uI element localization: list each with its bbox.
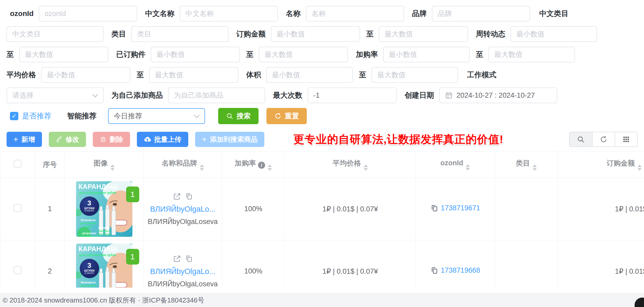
search-button[interactable]: 搜索	[218, 108, 259, 124]
sort-icon[interactable]	[110, 165, 115, 171]
edit-button[interactable]: 修改	[49, 132, 86, 147]
ordered-max-input[interactable]	[259, 47, 348, 62]
sort-icon[interactable]	[533, 165, 537, 171]
cart-rate-min-input[interactable]	[383, 47, 470, 62]
sort-icon[interactable]	[637, 165, 642, 171]
smart-recommend-select[interactable]: 今日推荐	[108, 108, 205, 124]
delete-button[interactable]: 删除	[93, 132, 130, 147]
category-input[interactable]	[131, 26, 228, 42]
table-tools	[569, 132, 638, 147]
trash-icon	[100, 136, 106, 143]
sort-icon[interactable]	[466, 164, 470, 171]
name-input[interactable]	[306, 6, 404, 21]
edit-button-label: 修改	[66, 135, 79, 144]
column-settings-button[interactable]	[615, 132, 637, 146]
header-ozonid[interactable]: ozonId	[416, 152, 495, 178]
row-name-cell: ВЛИЯЙbyOlgaLo... ВЛИЯЙbyOlgaLoseva	[144, 240, 222, 288]
recommend-label: 是否推荐	[22, 111, 51, 121]
copy-icon[interactable]	[185, 255, 193, 262]
order-amount-max-input[interactable]	[379, 26, 468, 42]
info-icon[interactable]: i	[258, 162, 265, 169]
select-all-header[interactable]	[0, 152, 35, 178]
header-avg-price[interactable]: 平均价格	[285, 152, 416, 178]
select-all-checkbox[interactable]	[14, 160, 22, 168]
header-image[interactable]: 图像	[65, 152, 144, 178]
cn-category-input[interactable]	[7, 26, 104, 42]
row-checkbox[interactable]	[14, 204, 22, 212]
header-cart-rate[interactable]: 加购率i	[222, 152, 285, 178]
ozonid-link[interactable]: 1738719671	[441, 204, 480, 212]
reset-button-label: 重置	[285, 111, 299, 121]
work-mode-label: 工作模式	[467, 70, 496, 80]
toggle-search-panel-button[interactable]	[570, 132, 592, 146]
product-image[interactable]: КАРАНДАШ для отбеливания зубов 3 ШТУКИ В…	[76, 244, 132, 288]
brand-label: 品牌	[412, 9, 427, 19]
sort-icon[interactable]	[364, 165, 368, 171]
row-ozonid-cell: 1738719671	[416, 178, 495, 240]
product-image[interactable]: КАРАНДАШ для отбеливания зубов 3 ШТУКИ В…	[76, 181, 132, 237]
promo-slogan: 更专业的自研算法,让数据发挥真正的价值!	[293, 132, 503, 147]
add-to-search-button[interactable]: + 添加到搜索商品	[195, 132, 265, 147]
smart-recommend-value: 今日推荐	[114, 111, 142, 121]
volume-max-input[interactable]	[372, 67, 458, 83]
ozonid-input[interactable]	[39, 6, 137, 21]
batch-upload-button[interactable]: 批量上传	[137, 132, 188, 147]
grid-icon	[622, 136, 630, 143]
product-image-feature: результат с 1 применения	[78, 232, 101, 237]
sort-icon[interactable]	[268, 165, 272, 171]
cn-name-input[interactable]	[180, 6, 278, 21]
recommend-checkbox[interactable]: ✓	[10, 112, 18, 120]
order-amount-min-input[interactable]	[271, 26, 360, 42]
smart-recommend-label: 智能推荐	[67, 111, 96, 121]
action-toolbar: + 新增 修改 删除 批量上传 + 添加到搜索商品 更	[0, 129, 644, 148]
turnover-max-input[interactable]	[19, 47, 108, 62]
row-select-cell[interactable]	[0, 240, 35, 288]
max-times-input[interactable]	[308, 87, 397, 103]
ordered-label: 已订购件	[116, 50, 146, 59]
ordered-min-input[interactable]	[151, 47, 240, 62]
reset-button[interactable]: 重置	[266, 108, 307, 124]
name-label: 名称	[286, 9, 300, 19]
filter-form: ozonId 中文名称 名称 品牌 中文类目 类目 订购金额 至 周转动态 至 …	[0, 0, 644, 124]
volume-min-input[interactable]	[266, 67, 353, 83]
self-add-label: 为自己添加商品	[111, 90, 163, 100]
header-category[interactable]: 类目	[495, 152, 558, 178]
row-select-cell[interactable]	[0, 178, 35, 240]
header-name-brand[interactable]: 名称和品牌	[144, 152, 222, 178]
work-mode-select[interactable]: 请选择	[7, 87, 104, 103]
turnover-label: 周转动态	[476, 29, 505, 39]
avg-price-max-input[interactable]	[149, 67, 238, 83]
brand-input[interactable]	[432, 6, 530, 21]
filter-row-2: 类目 订购金额 至 周转动态	[0, 26, 644, 42]
refresh-icon	[600, 135, 608, 143]
rank-badge: 1	[126, 187, 139, 202]
create-date-picker[interactable]: 2024-10-27 : 2024-10-27	[439, 87, 557, 103]
to-label: 至	[476, 50, 483, 59]
self-add-input[interactable]	[168, 87, 265, 103]
cart-rate-max-input[interactable]	[489, 47, 575, 62]
product-name-link[interactable]: ВЛИЯЙbyOlgaLo...	[150, 267, 216, 276]
external-link-icon[interactable]	[173, 192, 181, 201]
table-header-row: 序号 图像 名称和品牌 加购率i 平均价格 ozonId 类目 订购金额	[0, 152, 644, 178]
header-order-amount[interactable]: 订购金额	[558, 152, 644, 178]
page: ozonId 中文名称 名称 品牌 中文类目 类目 订购金额 至 周转动态 至 …	[0, 0, 644, 307]
avg-price-min-input[interactable]	[41, 67, 130, 83]
product-name-link[interactable]: ВЛИЯЙbyOlgaLo...	[150, 205, 216, 213]
external-link-icon[interactable]	[173, 255, 181, 263]
copy-icon[interactable]	[430, 204, 438, 212]
refresh-table-button[interactable]	[592, 132, 615, 146]
header-index: 序号	[35, 152, 65, 178]
copy-icon[interactable]	[430, 266, 438, 274]
avg-price-label: 平均价格	[7, 70, 36, 80]
add-button[interactable]: + 新增	[7, 132, 42, 147]
sort-icon[interactable]	[200, 165, 204, 171]
row-index: 2	[35, 240, 65, 288]
turnover-min-input[interactable]	[511, 26, 597, 42]
ozonid-link[interactable]: 1738719668	[441, 266, 480, 275]
product-image-title: КАРАНДАШ	[79, 245, 118, 253]
copy-icon[interactable]	[185, 192, 193, 200]
product-image-circle: 3 ШТУКИ В НАБОРЕ	[80, 196, 99, 216]
create-date-label: 创建日期	[405, 90, 434, 100]
row-index: 1	[35, 178, 65, 240]
row-checkbox[interactable]	[14, 266, 22, 274]
